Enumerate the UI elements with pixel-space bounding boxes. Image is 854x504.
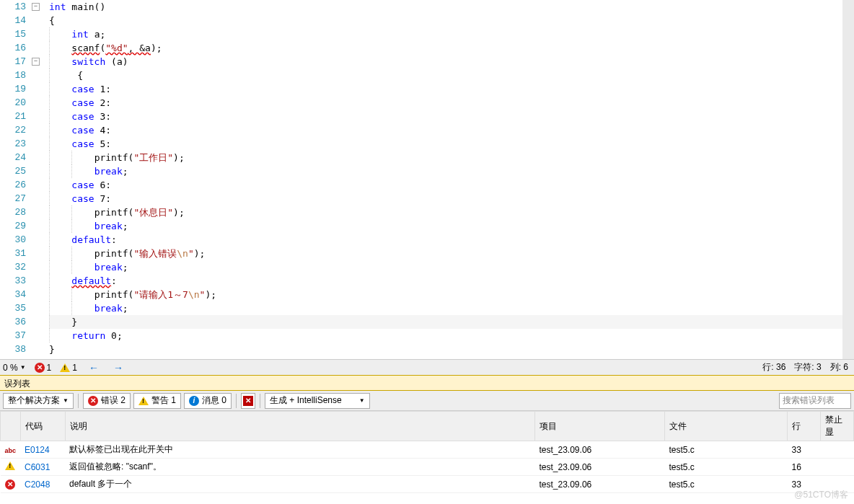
col-project[interactable]: 项目 [535,412,665,441]
error-list-table[interactable]: 代码 说明 项目 文件 行 禁止显 abcE0124默认标签已出现在此开关中te… [0,411,854,493]
warning-icon [138,397,149,405]
error-list-toolbar: 整个解决方案 ▼ ✕错误 2 警告 1 i消息 0 ✕ 生成 + Intelli… [0,391,854,411]
table-header-row: 代码 说明 项目 文件 行 禁止显 [1,412,854,441]
error-icon: ✕ [88,396,98,406]
col-description[interactable]: 说明 [65,412,534,441]
vertical-scrollbar[interactable] [842,0,854,359]
info-icon: i [189,396,199,406]
fold-column: − − [30,0,43,359]
clear-icon: ✕ [243,396,253,406]
build-intellisense-dropdown[interactable]: 生成 + IntelliSense ▼ [265,393,370,409]
col-suppress[interactable]: 禁止显 [821,412,854,441]
caret-char: 字符: 3 [794,361,821,373]
line-number-gutter: 1314151617181920212223242526272829303132… [0,0,30,359]
solution-filter-dropdown[interactable]: 整个解决方案 ▼ [3,393,74,409]
warning-count[interactable]: 1 [60,363,77,373]
caret-line: 行: 36 [762,361,785,373]
error-count[interactable]: ✕1 [35,363,52,373]
warning-icon [60,363,70,372]
error-list-panel-title[interactable]: 误列表 [0,375,854,391]
caret-col: 列: 6 [830,361,848,373]
table-row[interactable]: abcE0124默认标签已出现在此开关中test_23.09.06test5.c… [1,441,854,459]
watermark: @51CTO博客 [794,489,848,493]
zoom-level[interactable]: 0 % ▼ [3,363,26,373]
errors-filter-button[interactable]: ✕错误 2 [83,393,131,409]
code-content[interactable]: int main(){ int a; scanf("%d", &a); swit… [43,0,854,359]
clear-button[interactable]: ✕ [241,393,255,409]
table-row[interactable]: C6031返回值被忽略: "scanf"。test_23.09.06test5.… [1,459,854,476]
error-icon: ✕ [35,363,45,373]
messages-filter-button[interactable]: i消息 0 [184,393,232,409]
fold-toggle-icon[interactable]: − [32,3,40,11]
col-file[interactable]: 文件 [665,412,788,441]
col-line[interactable]: 行 [788,412,821,441]
col-code[interactable]: 代码 [20,412,65,441]
search-error-list-input[interactable]: 搜索错误列表 [779,393,851,409]
nav-next-icon[interactable]: → [110,362,126,373]
fold-toggle-icon[interactable]: − [32,58,40,66]
warnings-filter-button[interactable]: 警告 1 [133,393,181,409]
table-row[interactable]: ✕C2048default 多于一个test_23.09.06test5.c33 [1,476,854,493]
code-editor[interactable]: 1314151617181920212223242526272829303132… [0,0,854,359]
editor-status-bar: 0 % ▼ ✕1 1 ← → 行: 36 字符: 3 列: 6 [0,359,854,375]
nav-prev-icon[interactable]: ← [86,362,102,373]
